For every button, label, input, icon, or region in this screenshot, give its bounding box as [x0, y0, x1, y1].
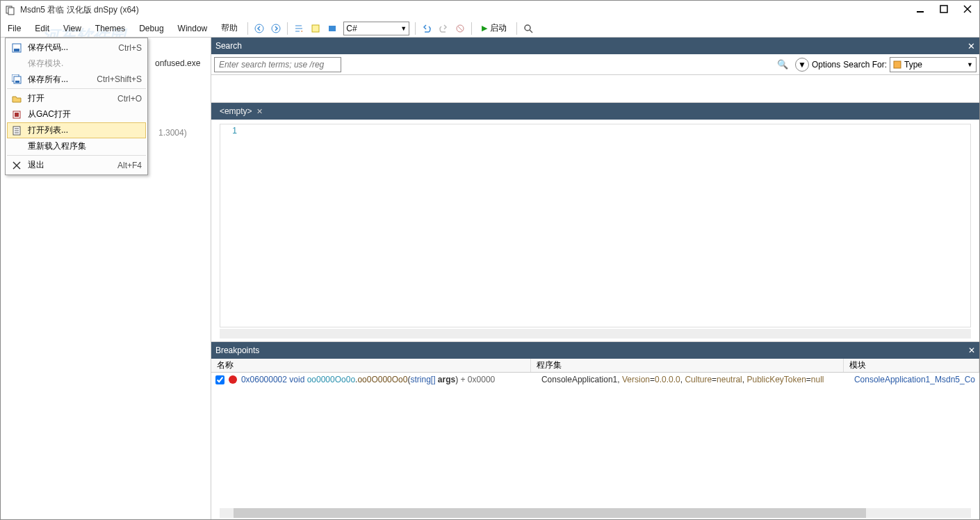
- breakpoints-hscrollbar[interactable]: [220, 508, 971, 518]
- play-icon: ▶: [482, 24, 487, 33]
- svg-point-7: [272, 24, 280, 33]
- exit-icon: [11, 160, 22, 171]
- svg-rect-1: [8, 8, 14, 15]
- breakpoint-asm-cell: ConsoleApplication1, Version=0.0.0.0, Cu…: [541, 375, 850, 384]
- menu-debug[interactable]: Debug: [132, 19, 170, 38]
- chevron-down-icon: ▼: [967, 61, 973, 68]
- breakpoint-mod-cell: ConsoleApplication1_Msdn5_Co: [854, 375, 975, 384]
- start-debug-button[interactable]: ▶ 启动: [475, 21, 513, 36]
- start-debug-label: 启动: [490, 22, 507, 34]
- svg-rect-9: [329, 26, 336, 31]
- chevron-down-icon: ▼: [798, 60, 806, 70]
- type-icon: [893, 60, 901, 69]
- editor-tab-empty[interactable]: <empty> ✕: [214, 103, 268, 120]
- menu-reload-assemblies[interactable]: 重新载入程序集: [7, 138, 146, 156]
- menu-save-code[interactable]: 保存代码... Ctrl+S: [7, 40, 146, 56]
- menu-open-from-gac[interactable]: 从GAC打开: [7, 106, 146, 122]
- scrollbar-thumb[interactable]: [234, 508, 866, 518]
- app-icon: [5, 5, 16, 16]
- search-icon[interactable]: 🔍: [777, 59, 788, 70]
- minimize-button[interactable]: [908, 1, 932, 17]
- breakpoint-enabled-checkbox[interactable]: [215, 375, 224, 384]
- editor-tabstrip: <empty> ✕: [211, 103, 979, 120]
- menu-edit[interactable]: Edit: [28, 19, 56, 38]
- svg-line-13: [530, 30, 532, 33]
- menu-save-all[interactable]: 保存所有... Ctrl+Shift+S: [7, 72, 146, 89]
- search-type-combo[interactable]: Type ▼: [890, 57, 977, 72]
- svg-point-12: [525, 25, 530, 31]
- right-pane: Search ✕ 🔍 ▼ Options Search For: Type ▼: [211, 38, 979, 519]
- chevron-down-icon: ▼: [400, 25, 407, 32]
- svg-rect-3: [940, 6, 947, 13]
- editor-hscrollbar[interactable]: [220, 329, 971, 339]
- gac-icon: [11, 109, 22, 120]
- menu-view[interactable]: View: [56, 19, 88, 38]
- search-type-value: Type: [904, 60, 922, 70]
- wordwrap-button[interactable]: [291, 21, 307, 36]
- menu-open-list[interactable]: 打开列表...: [7, 122, 146, 138]
- search-panel-close[interactable]: ✕: [967, 41, 975, 51]
- breakpoint-icon: [229, 375, 237, 384]
- search-results: [211, 75, 979, 103]
- line-number: 1: [223, 126, 237, 136]
- list-icon: [11, 125, 22, 136]
- options-dropdown-button[interactable]: ▼: [795, 58, 809, 72]
- search-input[interactable]: [214, 57, 341, 72]
- save-all-icon: [11, 74, 22, 85]
- search-panel-header: Search ✕: [211, 38, 979, 54]
- nav-back-button[interactable]: [252, 21, 267, 36]
- svg-rect-8: [312, 25, 319, 32]
- svg-rect-19: [15, 81, 19, 83]
- fullscreen-button[interactable]: [325, 21, 340, 36]
- nav-fwd-button[interactable]: [268, 21, 284, 36]
- code-text-area[interactable]: [240, 124, 970, 327]
- clear-button[interactable]: [452, 21, 468, 36]
- menu-exit[interactable]: 退出 Alt+F4: [7, 157, 146, 173]
- tree-item-confused[interactable]: onfused.exe: [155, 58, 200, 68]
- undo-button[interactable]: [419, 21, 434, 36]
- titlebar: Msdn5 君临 汉化版 dnSpy (x64): [1, 1, 979, 19]
- language-combo[interactable]: C# ▼: [343, 22, 409, 35]
- svg-rect-21: [15, 113, 19, 117]
- col-assembly[interactable]: 程序集: [531, 359, 844, 372]
- menu-file[interactable]: File: [1, 19, 28, 38]
- separator: [471, 22, 472, 35]
- search-panel-title: Search: [215, 41, 242, 51]
- breakpoints-header: Breakpoints ✕: [211, 342, 979, 359]
- code-editor[interactable]: 1: [220, 124, 971, 327]
- menu-save-module: 保存模块.: [7, 56, 146, 72]
- blank-icon: [11, 58, 22, 70]
- svg-rect-14: [894, 61, 901, 68]
- search-row: 🔍 ▼ Options Search For: Type ▼: [211, 54, 979, 75]
- editor-tab-label: <empty>: [220, 106, 252, 116]
- highlight-button[interactable]: [308, 21, 323, 36]
- menu-themes[interactable]: Themes: [88, 19, 132, 38]
- col-module[interactable]: 模块: [844, 359, 979, 372]
- maximize-button[interactable]: [932, 1, 956, 17]
- separator: [287, 22, 288, 35]
- save-icon: [11, 42, 22, 54]
- close-icon[interactable]: ✕: [256, 107, 263, 116]
- menu-help[interactable]: 帮助: [214, 19, 245, 38]
- close-button[interactable]: [956, 1, 979, 17]
- separator: [247, 22, 248, 35]
- breakpoints-close[interactable]: ✕: [968, 346, 975, 355]
- window-buttons: [908, 1, 979, 17]
- breakpoints-columns: 名称 程序集 模块: [211, 359, 979, 373]
- editor-area: 1: [211, 120, 979, 341]
- line-gutter: 1: [220, 124, 240, 327]
- redo-button[interactable]: [436, 21, 451, 36]
- menu-window[interactable]: Window: [171, 19, 215, 38]
- search-toolbar-button[interactable]: [521, 21, 536, 36]
- breakpoints-panel: Breakpoints ✕ 名称 程序集 模块 0x06000002 void …: [211, 341, 979, 519]
- search-for-label: Search For:: [843, 60, 887, 70]
- breakpoint-row[interactable]: 0x06000002 void oo0000Oo0o.oo0O000Oo0(st…: [211, 373, 979, 387]
- menubar: File Edit View Themes Debug Window 帮助 C#…: [1, 19, 979, 38]
- language-combo-value: C#: [346, 24, 357, 33]
- breakpoints-body: 0x06000002 void oo0000Oo0o.oo0O000Oo0(st…: [211, 373, 979, 519]
- col-name[interactable]: 名称: [211, 359, 531, 372]
- file-menu-dropdown: 保存代码... Ctrl+S 保存模块. 保存所有... Ctrl+Shift+…: [5, 38, 148, 175]
- svg-point-6: [255, 24, 263, 33]
- tree-item-version[interactable]: 1.3004): [158, 128, 187, 138]
- menu-open[interactable]: 打开 Ctrl+O: [7, 90, 146, 106]
